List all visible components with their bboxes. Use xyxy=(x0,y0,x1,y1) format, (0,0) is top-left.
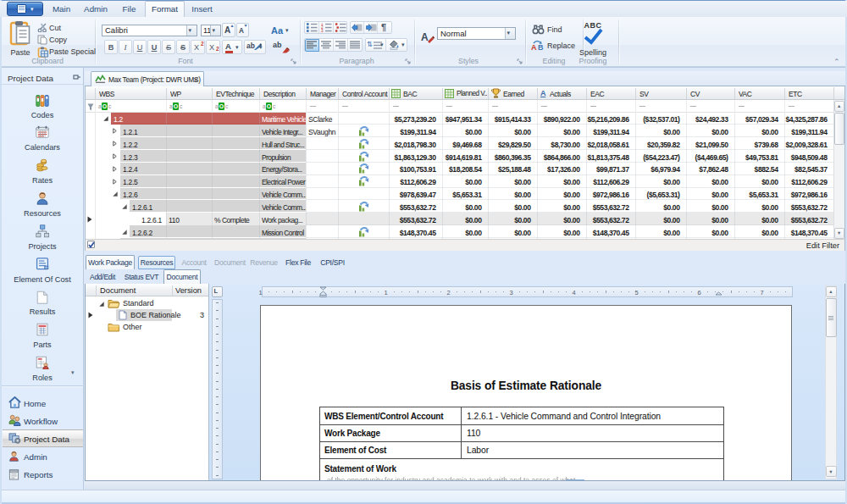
svg-text:B: B xyxy=(538,43,544,51)
svg-text:A: A xyxy=(421,31,429,43)
svg-text:A: A xyxy=(531,43,537,51)
svg-text:3: 3 xyxy=(321,29,324,32)
